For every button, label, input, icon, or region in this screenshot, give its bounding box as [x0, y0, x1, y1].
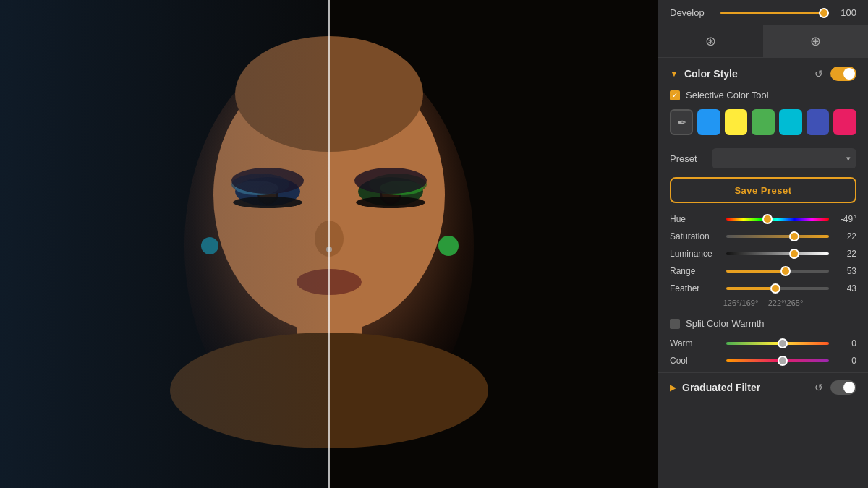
save-preset-row: Save Preset — [658, 173, 868, 210]
graduated-filter-title: Graduated Filter — [682, 382, 807, 393]
split-color-checkbox[interactable] — [670, 319, 680, 329]
feather-value: 43 — [835, 283, 856, 294]
range-thumb — [780, 266, 791, 276]
selective-color-label: Selective Color Tool — [686, 90, 769, 100]
range-annotation: 126°/169° -- 222°\265° — [658, 297, 868, 312]
graduated-filter-toggle[interactable] — [830, 380, 856, 395]
graduated-filter-header: ▶ Graduated Filter ↺ — [658, 372, 868, 402]
warm-label: Warm — [670, 338, 720, 348]
luminance-thumb — [789, 249, 799, 259]
svg-point-24 — [354, 168, 427, 194]
orb-icon: ⊛ — [705, 33, 716, 49]
hue-track[interactable] — [726, 218, 829, 221]
luminance-slider-row: Luminance 22 — [658, 245, 868, 262]
color-style-toggle[interactable] — [830, 67, 856, 81]
cool-label: Cool — [670, 356, 720, 366]
color-style-section-header: ▼ Color Style ↺ — [658, 58, 868, 87]
tab-row: ⊛ ⊕ — [658, 25, 868, 58]
warm-track[interactable] — [726, 342, 829, 345]
svg-point-20 — [438, 236, 459, 256]
right-panel: Develop 100 ⊛ ⊕ ▼ Color Style ↺ Selectiv… — [658, 0, 868, 488]
develop-thumb — [819, 8, 829, 18]
split-color-warmth-row: Split Color Warmth — [658, 312, 868, 335]
preset-dropdown-wrap: Default Portrait Landscape — [712, 148, 856, 168]
cool-value: 0 — [835, 356, 856, 366]
saturation-thumb — [789, 231, 799, 241]
saturation-slider-row: Saturation 22 — [658, 228, 868, 245]
graduated-filter-icons: ↺ — [813, 380, 856, 395]
refresh-icon[interactable]: ↺ — [813, 67, 825, 81]
saturation-value: 22 — [835, 231, 856, 241]
split-color-label: Split Color Warmth — [686, 318, 765, 329]
cool-track[interactable] — [726, 359, 829, 362]
preset-dropdown[interactable]: Default Portrait Landscape — [712, 148, 856, 168]
range-slider-row: Range 53 — [658, 262, 868, 280]
color-style-chevron[interactable]: ▼ — [670, 69, 678, 79]
saturation-label: Saturation — [670, 231, 720, 241]
save-preset-button[interactable]: Save Preset — [670, 177, 856, 203]
tab-orb[interactable]: ⊛ — [658, 25, 763, 57]
feather-thumb — [770, 283, 780, 294]
develop-value: 100 — [836, 7, 856, 18]
range-value: 53 — [835, 266, 856, 276]
selective-color-row: Selective Color Tool — [658, 87, 868, 106]
eyedropper-icon: ✒ — [677, 116, 686, 129]
section-icons: ↺ — [813, 67, 856, 81]
tab-target[interactable]: ⊕ — [763, 25, 868, 57]
hue-label: Hue — [670, 214, 720, 224]
warm-slider-row: Warm 0 — [658, 335, 868, 352]
develop-slider[interactable] — [720, 12, 829, 14]
hue-slider-row: Hue -49° — [658, 210, 868, 228]
target-icon: ⊕ — [810, 33, 821, 49]
feather-label: Feather — [670, 283, 720, 294]
preset-row: Preset Default Portrait Landscape — [658, 144, 868, 173]
color-style-title: Color Style — [684, 68, 807, 80]
swatch-blue[interactable] — [697, 109, 720, 135]
luminance-label: Luminance — [670, 249, 720, 259]
selective-color-checkbox[interactable] — [670, 90, 680, 100]
warm-thumb — [778, 338, 788, 348]
eyedropper-tool[interactable]: ✒ — [670, 109, 693, 135]
swatch-cyan[interactable] — [779, 109, 802, 135]
develop-label: Develop — [670, 7, 713, 18]
photo-canvas — [0, 0, 658, 488]
range-track[interactable] — [726, 270, 829, 273]
hue-thumb — [762, 214, 773, 224]
graduated-refresh-icon[interactable]: ↺ — [813, 380, 825, 395]
feather-slider-row: Feather 43 — [658, 280, 868, 297]
preset-label: Preset — [670, 153, 706, 164]
range-label: Range — [670, 266, 720, 276]
swatch-yellow[interactable] — [725, 109, 748, 135]
luminance-value: 22 — [835, 249, 856, 259]
warm-value: 0 — [835, 338, 856, 348]
hue-value: -49° — [835, 214, 856, 224]
swatch-green[interactable] — [752, 109, 775, 135]
image-area — [0, 0, 658, 488]
swatch-indigo[interactable] — [807, 109, 830, 135]
svg-rect-25 — [0, 0, 329, 488]
graduated-filter-chevron[interactable]: ▶ — [670, 382, 676, 393]
luminance-track[interactable] — [726, 252, 829, 255]
swatches-row: ✒ — [658, 106, 868, 144]
feather-track[interactable] — [726, 287, 829, 290]
swatch-pink[interactable] — [833, 109, 856, 135]
cool-thumb — [778, 356, 788, 366]
svg-point-22 — [356, 197, 425, 208]
develop-row: Develop 100 — [658, 0, 868, 25]
saturation-track[interactable] — [726, 235, 829, 238]
cool-slider-row: Cool 0 — [658, 352, 868, 369]
